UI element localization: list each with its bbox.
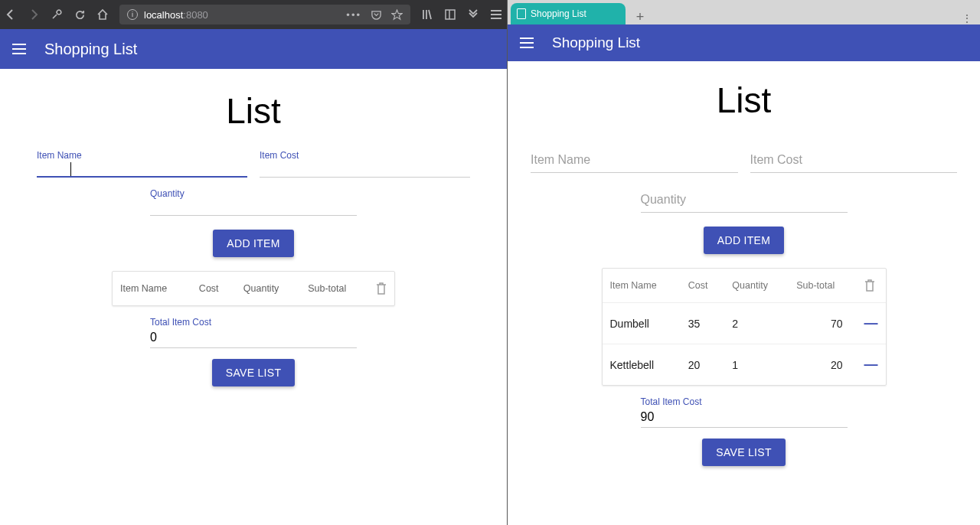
page-heading: List [37,90,470,132]
home-button[interactable] [96,8,109,21]
total-section: Total Item Cost 90 [641,396,848,428]
info-icon[interactable]: i [127,9,138,20]
th-cost: Cost [681,269,725,303]
url-bar[interactable]: i localhost:8080 ••• [119,5,410,24]
item-name-input[interactable] [531,147,738,173]
add-item-button[interactable]: ADD ITEM [704,227,784,254]
th-item-name: Item Name [113,272,191,305]
app-bar: Shopping List [0,29,507,69]
cell-name: Kettlebell [603,344,681,386]
browser-tab[interactable]: Shopping List [511,3,626,24]
total-section: Total Item Cost 0 [150,317,357,348]
hamburger-icon[interactable] [12,44,26,54]
firefox-toolbar: i localhost:8080 ••• [0,0,507,29]
item-cost-field[interactable]: Item Cost [260,153,470,178]
item-name-field[interactable] [531,147,738,173]
total-label: Total Item Cost [641,396,848,407]
svg-rect-0 [446,10,455,19]
app-title: Shopping List [552,34,640,51]
chrome-tabstrip: Shopping List + ⋮ [508,0,980,24]
quantity-field[interactable] [641,187,848,213]
back-button[interactable] [5,8,17,21]
th-qty: Quantity [236,272,300,305]
items-table: Item Name Cost Quantity Sub-total Dumbel… [603,269,886,385]
cell-remove: — [857,344,886,386]
quantity-input[interactable] [641,187,848,213]
hamburger-icon[interactable] [520,38,534,48]
th-sub: Sub-total [300,272,368,305]
bookmark-star-icon[interactable] [391,9,403,21]
remove-row-icon[interactable]: — [864,315,878,331]
item-cost-field[interactable] [750,147,958,173]
forward-button[interactable] [28,8,40,21]
sidebar-icon[interactable] [444,8,456,21]
tab-title: Shopping List [531,8,586,19]
item-cost-label: Item Cost [260,150,299,161]
app-title: Shopping List [44,41,137,58]
save-list-button[interactable]: SAVE LIST [702,439,785,466]
add-item-button[interactable]: ADD ITEM [213,230,293,257]
url-port: :8080 [183,9,208,21]
items-table-card: Item Name Cost Quantity Sub-total [112,271,395,306]
cell-sub: 70 [789,303,856,344]
page-heading: List [531,80,957,121]
chrome-menu-icon[interactable]: ⋮ [959,12,975,24]
th-delete [857,269,886,303]
items-table: Item Name Cost Quantity Sub-total [113,272,394,305]
library-icon[interactable] [421,8,433,21]
th-delete [368,272,394,305]
item-name-field[interactable]: Item Name [37,153,247,178]
quantity-field[interactable]: Quantity [150,191,357,216]
total-value: 0 [150,331,357,348]
cell-remove: — [857,303,886,344]
remove-row-icon[interactable]: — [864,357,878,372]
cell-name: Dumbell [603,303,681,344]
trash-icon[interactable] [376,282,387,295]
cell-qty: 1 [724,344,789,386]
overflow-icon[interactable] [467,8,479,21]
items-table-card: Item Name Cost Quantity Sub-total Dumbel… [602,268,887,386]
url-host: localhost [144,9,183,21]
cell-sub: 20 [789,344,856,386]
more-icon[interactable]: ••• [346,9,361,21]
text-cursor [70,162,71,176]
trash-icon[interactable] [864,279,878,292]
new-tab-button[interactable]: + [630,9,650,24]
devtools-icon[interactable] [51,8,63,21]
cell-cost: 35 [681,303,725,344]
th-item-name: Item Name [603,269,681,303]
pocket-icon[interactable] [371,9,382,21]
item-name-label: Item Name [37,150,82,161]
total-label: Total Item Cost [150,317,357,328]
total-value: 90 [641,410,848,428]
th-qty: Quantity [724,269,789,303]
cell-cost: 20 [681,344,725,386]
save-list-button[interactable]: SAVE LIST [212,359,295,386]
reload-button[interactable] [74,8,86,21]
th-cost: Cost [191,272,236,305]
cell-qty: 2 [724,303,789,344]
menu-icon[interactable] [490,9,502,20]
tab-document-icon [517,8,526,19]
item-cost-input[interactable] [750,147,958,173]
table-row: Dumbell35270— [603,303,886,344]
quantity-label: Quantity [150,188,185,199]
th-sub: Sub-total [789,269,856,303]
table-row: Kettlebell20120— [603,344,886,386]
app-bar: Shopping List [508,24,980,61]
